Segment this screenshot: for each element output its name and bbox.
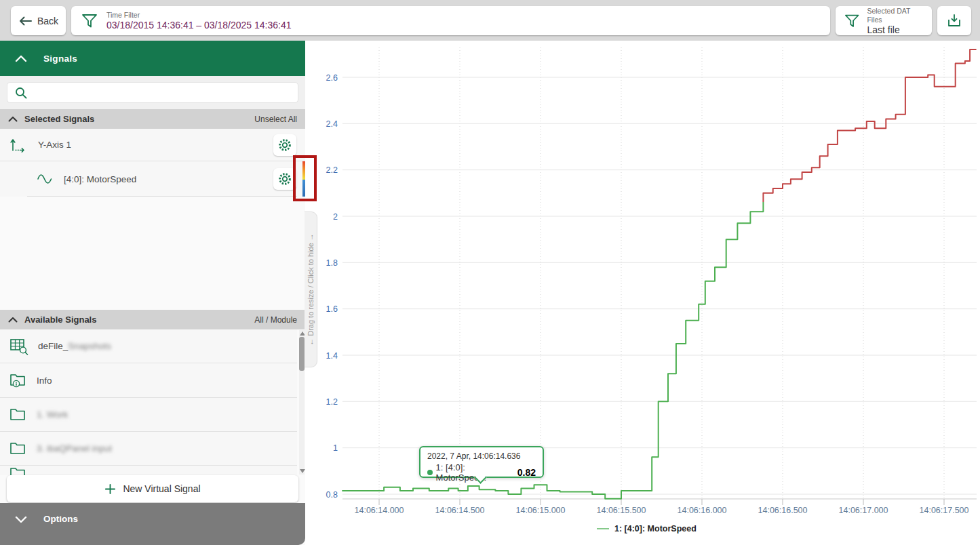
y-axis-row[interactable]: Y-Axis 1 (0, 129, 305, 161)
svg-text:2.4: 2.4 (326, 119, 338, 129)
svg-text:14:06:15.000: 14:06:15.000 (516, 506, 566, 515)
new-virtual-signal-label: New Virtual Signal (123, 483, 200, 494)
app: Back Time Filter 03/18/2015 14:36:41 – 0… (0, 0, 980, 545)
series-color-dot (427, 470, 433, 475)
chevron-up-icon (8, 116, 18, 122)
back-button[interactable]: Back (11, 6, 66, 35)
time-filter-value: 03/18/2015 14:36:41 – 03/18/2025 14:36:4… (106, 20, 291, 31)
svg-text:2.2: 2.2 (326, 165, 338, 175)
chart-canvas[interactable]: 0.811.21.41.61.822.22.42.614:06:14.00014… (305, 41, 980, 545)
item-text-blurred: Snapshots (68, 341, 111, 351)
scroll-down-arrow[interactable] (300, 469, 305, 473)
time-filter-card[interactable]: Time Filter 03/18/2015 14:36:41 – 03/18/… (71, 6, 830, 35)
legend-line-swatch (597, 528, 609, 529)
svg-text:1.8: 1.8 (326, 258, 338, 268)
chevron-down-icon (15, 516, 27, 523)
search-box (7, 82, 298, 103)
sidebar-resize-handle[interactable]: ← Drag to resize / Click to hide → (305, 211, 317, 367)
list-scrollbar-thumb[interactable] (299, 337, 305, 371)
folder-icon (9, 441, 27, 456)
tooltip-value: 0.82 (517, 467, 536, 478)
folder-icon (9, 466, 27, 475)
top-toolbar: Back Time Filter 03/18/2015 14:36:41 – 0… (0, 0, 980, 41)
trend-chart-pane: 0.811.21.41.61.822.22.42.614:06:14.00014… (305, 41, 980, 545)
signal-label: [4:0]: MotorSpeed (64, 174, 136, 184)
folder-icon (9, 407, 27, 422)
search-icon (14, 86, 28, 100)
filter-icon (844, 13, 860, 29)
chart-legend-item[interactable]: 1: [4:0]: MotorSpeed (597, 524, 697, 533)
gear-icon (277, 171, 292, 186)
table-search-icon (9, 338, 28, 355)
back-label: Back (37, 16, 58, 26)
svg-text:2.6: 2.6 (326, 73, 338, 83)
svg-text:14:06:17.500: 14:06:17.500 (920, 506, 969, 515)
row-separator (27, 196, 297, 197)
axis-settings-button[interactable] (273, 134, 296, 156)
signals-panel-title: Signals (43, 54, 77, 64)
signal-row-motorspeed[interactable]: [4:0]: MotorSpeed (0, 161, 305, 197)
available-item-partial[interactable] (0, 466, 297, 475)
back-arrow-icon (18, 16, 32, 26)
tooltip-timestamp: 2022, 7 Apr, 14:06:14.636 (427, 451, 536, 461)
available-item-work[interactable]: 1. Work (0, 398, 297, 432)
selected-dat-files-card[interactable]: Selected DAT Files Last file (836, 6, 932, 35)
item-text-blurred: 1. Work (37, 409, 68, 420)
export-download-button[interactable] (937, 6, 971, 35)
available-signals-header[interactable]: Available Signals All / Module (0, 310, 305, 329)
item-text: deFile_ (38, 341, 68, 351)
svg-text:14:06:14.000: 14:06:14.000 (355, 506, 404, 515)
folder-info-icon (9, 372, 27, 388)
svg-text:2: 2 (333, 212, 338, 222)
all-module-toggle[interactable]: All / Module (254, 315, 297, 325)
options-title: Options (43, 514, 78, 524)
resize-handle-label: ← Drag to resize / Click to hide → (307, 211, 315, 367)
selected-signals-title: Selected Signals (24, 114, 248, 124)
sine-wave-icon (37, 173, 54, 185)
gear-icon (277, 138, 292, 153)
svg-text:14:06:14.500: 14:06:14.500 (435, 506, 485, 515)
item-text-blurred: 3. ibaQPanel input (37, 443, 112, 453)
search-strip (0, 76, 305, 109)
signals-panel-header[interactable]: Signals (0, 41, 305, 76)
svg-text:14:06:16.000: 14:06:16.000 (678, 506, 727, 515)
svg-text:1.4: 1.4 (326, 351, 338, 361)
svg-text:0.8: 0.8 (326, 490, 338, 500)
time-filter-label: Time Filter (106, 11, 291, 20)
svg-text:1.2: 1.2 (326, 397, 338, 407)
dat-files-label: Selected DAT Files (867, 7, 924, 24)
signals-sidebar: Signals Selected Signals Unselect All (0, 41, 305, 545)
dat-files-value: Last file (867, 24, 924, 35)
chevron-up-icon (15, 55, 27, 62)
plus-icon (104, 483, 116, 495)
svg-text:1.6: 1.6 (326, 304, 338, 314)
filter-icon (81, 13, 98, 29)
svg-text:1: 1 (333, 443, 338, 453)
available-signals-title: Available Signals (24, 315, 248, 325)
y-axis-label: Y-Axis 1 (38, 140, 71, 150)
svg-text:14:06:17.000: 14:06:17.000 (839, 506, 888, 515)
options-panel-header[interactable]: Options (0, 503, 305, 545)
y-axis-icon (9, 137, 26, 153)
available-item-qpanel[interactable]: 3. ibaQPanel input (0, 432, 297, 466)
svg-text:14:06:15.500: 14:06:15.500 (597, 506, 646, 515)
unselect-all-button[interactable]: Unselect All (254, 115, 297, 124)
new-virtual-signal-button[interactable]: New Virtual Signal (7, 475, 298, 502)
tooltip-series-label: 1: [4:0]: MotorSpeed: (436, 462, 514, 483)
chart-tooltip: 2022, 7 Apr, 14:06:14.636 1: [4:0]: Moto… (419, 446, 544, 478)
search-input[interactable] (33, 83, 298, 102)
selected-signals-header[interactable]: Selected Signals Unselect All (0, 109, 305, 129)
item-text: Info (37, 376, 52, 386)
legend-label: 1: [4:0]: MotorSpeed (614, 524, 697, 533)
available-item-info[interactable]: Info (0, 363, 297, 398)
available-item-defile[interactable]: deFile_Snapshots (0, 329, 297, 363)
svg-text:14:06:16.500: 14:06:16.500 (758, 506, 808, 515)
chevron-up-icon (8, 317, 18, 323)
download-icon (946, 13, 962, 28)
annotation-highlight-box (293, 155, 317, 201)
